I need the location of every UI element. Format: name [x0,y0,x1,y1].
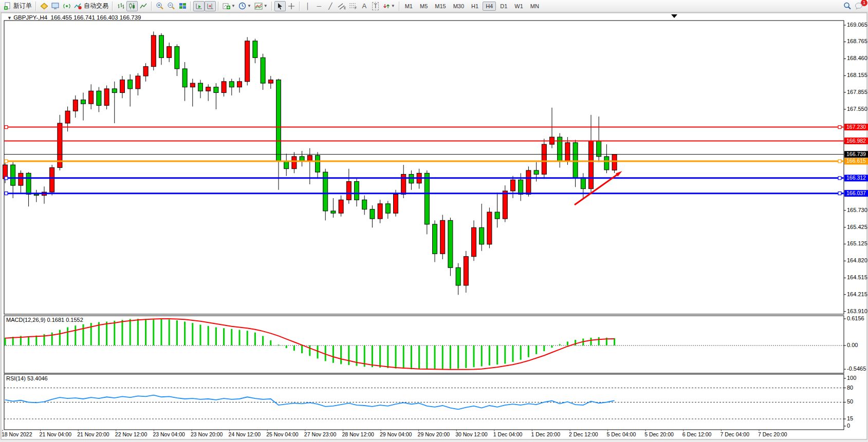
text-label-button[interactable]: T [370,1,381,11]
separator [151,2,152,11]
time-label[interactable]: 21 Nov 04:00 [40,431,72,437]
time-label[interactable]: 21 Nov 20:00 [77,431,109,437]
collapse-icon[interactable]: ▼ [7,15,12,21]
timeframe-button-w1[interactable]: W1 [511,2,526,11]
text-label-icon: T [372,2,379,10]
time-label[interactable]: 7 Dec 04:00 [720,431,749,437]
candle [26,173,31,194]
price-tick-label: 165.425 [847,224,867,230]
line-chart-button[interactable] [138,1,149,11]
templates-button[interactable]: ▼ [253,1,269,11]
zoom-out-button[interactable] [165,1,177,11]
time-label[interactable]: 24 Nov 12:00 [229,431,261,437]
time-label[interactable]: 1 Dec 04:00 [493,431,523,437]
candle [464,257,468,285]
arrows-button[interactable]: ▼ [381,1,397,11]
timeframe-button-m5[interactable]: M5 [417,2,431,11]
auto-scroll-button[interactable] [193,1,205,11]
separator [190,2,191,11]
zoom-in-icon [156,2,164,10]
time-label[interactable]: 29 Nov 20:00 [418,431,450,437]
chevron-down-icon: ▼ [391,4,395,8]
time-label[interactable]: 18 Nov 2022 [2,431,32,437]
time-label[interactable]: 7 Dec 20:00 [758,431,787,437]
autotrading-button[interactable]: 自动交易 [72,1,110,11]
candle [89,91,94,104]
tile-windows-button[interactable] [177,1,188,11]
candle [128,80,133,89]
cursor-button[interactable] [274,1,286,11]
timeframe-button-m15[interactable]: M15 [432,2,449,11]
time-label[interactable]: 5 Dec 20:00 [644,431,674,437]
notifications-button[interactable]: 1 [853,1,865,11]
metaeditor-button[interactable] [39,1,50,11]
separator [399,2,400,11]
time-label[interactable]: 28 Nov 12:00 [342,431,374,437]
timeframe-button-mn[interactable]: MN [527,2,542,11]
price-tick-label: 165.730 [847,207,867,213]
line-handle[interactable] [838,177,841,180]
terminal-button[interactable] [50,1,61,11]
price-tick-label: 164.215 [847,291,867,297]
candle [268,80,273,83]
candlestick-button[interactable] [126,1,138,11]
line-handle[interactable] [5,160,8,163]
chat-bubble-icon [855,2,863,10]
macd-indicator-label: MACD(12,26,9) 0.1681 0.1552 [6,317,83,323]
horizontal-line-button[interactable]: ─ [313,1,325,11]
time-label[interactable]: 22 Nov 12:00 [115,431,147,437]
time-label[interactable]: 5 Dec 04:00 [607,431,636,437]
line-handle[interactable] [838,160,841,163]
macd-name: MACD(12,26,9) [6,317,45,323]
equidistant-channel-button[interactable]: E [336,1,347,11]
periods-button[interactable]: ▼ [237,1,253,11]
timeframe-button-m30[interactable]: M30 [450,2,467,11]
time-label[interactable]: 6 Dec 12:00 [682,431,712,437]
symbol-period-label: GBPJPY-,H4 [13,14,47,21]
signal-waves-icon [63,3,71,10]
timeframe-button-m1[interactable]: M1 [402,2,416,11]
fibonacci-button[interactable]: F [347,1,359,11]
time-label[interactable]: 30 Nov 12:00 [455,431,488,437]
svg-text:E: E [344,6,346,10]
indicators-button[interactable]: ▼ [221,1,237,11]
signals-button[interactable] [61,1,72,11]
price-tick-label: 168.765 [847,38,867,44]
zoom-in-button[interactable] [154,1,165,11]
timeframe-button-h1[interactable]: H1 [468,2,482,11]
line-handle[interactable] [5,177,8,180]
candle [284,161,289,169]
text-button[interactable]: A [359,1,370,11]
new-order-button[interactable]: 新订单 [2,1,33,11]
candle [612,155,617,170]
chart-canvas[interactable]: 169.065168.765168.460168.155167.855167.5… [0,0,868,442]
line-handle[interactable] [838,192,841,195]
chart-shift-button[interactable] [205,1,216,11]
timeframe-button-d1[interactable]: D1 [497,2,510,11]
line-handle[interactable] [838,126,841,129]
new-order-label: 新订单 [13,2,32,10]
time-label[interactable]: 25 Nov 04:00 [266,431,299,437]
time-label[interactable]: 1 Dec 20:00 [531,431,560,437]
main-plot-area[interactable] [4,21,844,314]
candle [245,41,250,82]
candle [34,194,39,195]
vertical-line-button[interactable]: │ [302,1,313,11]
search-button[interactable] [842,1,853,11]
price-tick-label: 164.820 [847,257,867,263]
time-label[interactable]: 27 Nov 23:00 [304,431,337,437]
time-label[interactable]: 23 Nov 04:00 [153,431,185,437]
tile-windows-icon [179,3,187,10]
trendline-button[interactable]: ╱ [325,1,336,11]
zoom-out-icon [167,2,175,10]
line-handle[interactable] [5,192,8,195]
candle [214,87,218,93]
time-label[interactable]: 2 Dec 12:00 [569,431,598,437]
time-label[interactable]: 23 Nov 20:00 [191,431,223,437]
price-label-text: 166.615 [846,158,866,164]
time-label[interactable]: 29 Nov 04:00 [380,431,412,437]
line-handle[interactable] [5,126,8,129]
bar-chart-button[interactable] [115,1,126,11]
crosshair-button[interactable] [286,1,297,11]
timeframe-button-h4[interactable]: H4 [483,2,496,11]
